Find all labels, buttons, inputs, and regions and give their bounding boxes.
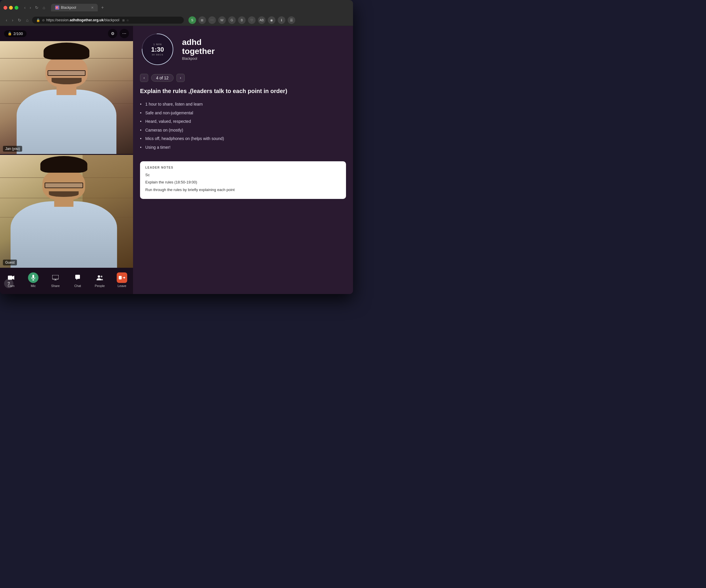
help-button[interactable]: ? bbox=[4, 279, 13, 288]
toolbar: ? Cam bbox=[0, 268, 133, 294]
browser-ext-heart[interactable]: ♡ bbox=[248, 16, 256, 24]
leader-note-line3: Run through the rules by briefly explain… bbox=[145, 187, 341, 193]
nav-reload[interactable]: ↻ bbox=[16, 17, 23, 23]
header-right: ⚙ ⋯ bbox=[108, 29, 129, 38]
home-button[interactable]: ⌂ bbox=[41, 5, 46, 10]
browser-ext-grid[interactable]: ⊞ bbox=[198, 16, 206, 24]
address-bar-row: ‹ › ↻ ⌂ 🔒 ⊘ https://session.adhdtogether… bbox=[0, 15, 353, 26]
video-tile-guest: Guest bbox=[0, 155, 133, 268]
chat-label: Chat bbox=[74, 284, 81, 287]
video-panel: 🔒 2/100 ⚙ ⋯ bbox=[0, 26, 133, 294]
minimize-button[interactable] bbox=[9, 6, 13, 10]
address-domain: adhdtogether.org.uk bbox=[70, 18, 104, 22]
address-path: /blackpool bbox=[104, 18, 119, 22]
close-button[interactable] bbox=[3, 6, 7, 10]
tab-favicon: 🎯 bbox=[55, 5, 59, 10]
slide-bullet-5: Using a timer! bbox=[140, 143, 346, 152]
slide-title: Explain the rules ,(leaders talk to each… bbox=[140, 87, 346, 95]
leader-notes-content: Sc Explain the rules (18:50-19:00) Run t… bbox=[145, 172, 341, 193]
browser-ext-s[interactable]: S bbox=[189, 16, 196, 24]
video-feed-guest bbox=[0, 155, 133, 268]
settings-button[interactable]: ⚙ bbox=[108, 29, 117, 38]
browser-ext-g[interactable]: G bbox=[228, 16, 236, 24]
browser-toolbar-icons: S ⊞ ⋯ W G B ♡ AB ◉ ℹ ☰ bbox=[189, 16, 295, 24]
participant-count-text: 2/100 bbox=[13, 32, 23, 36]
browser-menu[interactable]: ☰ bbox=[288, 16, 295, 24]
browser-ext-rec[interactable]: ◉ bbox=[268, 16, 275, 24]
brand-name: adhd together bbox=[182, 38, 215, 56]
svg-rect-5 bbox=[52, 275, 58, 279]
people-label: People bbox=[95, 284, 105, 287]
address-text: https://session.adhdtogether.org.uk/blac… bbox=[46, 18, 119, 22]
participant-count: 🔒 2/100 bbox=[4, 30, 27, 37]
svg-rect-2 bbox=[32, 275, 34, 278]
more-options-button[interactable]: ⋯ bbox=[120, 29, 129, 38]
new-tab-button[interactable]: + bbox=[99, 4, 106, 11]
slide-bullet-2: Heard, valued, respected bbox=[140, 117, 346, 126]
svg-rect-10 bbox=[119, 276, 122, 279]
nav-home[interactable]: ⌂ bbox=[25, 17, 30, 23]
slide-bullet-1: Safe and non-judgemental bbox=[140, 109, 346, 118]
video-feed-jan bbox=[0, 41, 133, 154]
brand-together: together bbox=[182, 47, 215, 56]
chat-button[interactable]: Chat bbox=[67, 271, 89, 289]
browser-ext-ab[interactable]: AB bbox=[258, 16, 266, 24]
video-header: 🔒 2/100 ⚙ ⋯ bbox=[0, 26, 133, 41]
back-button[interactable]: ‹ bbox=[23, 5, 27, 10]
leave-button[interactable]: Leave bbox=[111, 271, 133, 289]
reload-button[interactable]: ↻ bbox=[34, 5, 40, 10]
traffic-lights bbox=[3, 6, 18, 10]
slide-counter: 4 of 12 bbox=[151, 74, 173, 82]
svg-marker-12 bbox=[124, 276, 125, 279]
svg-marker-1 bbox=[12, 276, 14, 280]
timer-label-top: 1 MIN bbox=[153, 43, 162, 46]
share-button[interactable]: Share bbox=[44, 271, 67, 289]
active-tab[interactable]: 🎯 Blackpool ✕ bbox=[51, 4, 98, 11]
nav-forward[interactable]: › bbox=[11, 17, 14, 23]
maximize-button[interactable] bbox=[14, 6, 18, 10]
slide-bullet-3: Cameras on (mostly) bbox=[140, 126, 346, 135]
leave-icon bbox=[117, 272, 127, 283]
browser-ext-w[interactable]: W bbox=[218, 16, 226, 24]
leader-notes-header: LEADER NOTES bbox=[145, 166, 341, 169]
tab-close-icon[interactable]: ✕ bbox=[91, 6, 94, 10]
timer-main-time: 1:30 bbox=[151, 46, 164, 53]
timer-section: 1 MIN 1:30 30 SECS adhd together Blackpo… bbox=[140, 32, 346, 67]
leader-notes: LEADER NOTES Sc Explain the rules (18:50… bbox=[140, 161, 346, 199]
people-button[interactable]: People bbox=[89, 271, 111, 289]
video-tile-jan: Jan (you) bbox=[0, 41, 133, 154]
slide-next-button[interactable]: › bbox=[176, 74, 185, 82]
lock-icon: 🔒 bbox=[8, 32, 12, 36]
brand-location: Blackpool bbox=[182, 56, 215, 61]
video-label-jan: Jan (you) bbox=[3, 146, 22, 152]
videos-container: Jan (you) bbox=[0, 26, 133, 268]
app-content: 🔒 2/100 ⚙ ⋯ bbox=[0, 26, 353, 294]
mic-label: Mic bbox=[31, 284, 36, 287]
mic-button[interactable]: Mic bbox=[22, 271, 44, 289]
browser-chrome: ‹ › ↻ ⌂ 🎯 Blackpool ✕ + bbox=[0, 0, 353, 15]
nav-back[interactable]: ‹ bbox=[5, 17, 8, 23]
address-bar[interactable]: 🔒 ⊘ https://session.adhdtogether.org.uk/… bbox=[32, 16, 184, 24]
slide-bullet-0: 1 hour to share, listen and learn bbox=[140, 100, 346, 109]
browser-nav: ‹ › ↻ ⌂ bbox=[23, 5, 46, 10]
video-label-guest: Guest bbox=[3, 260, 17, 265]
people-icon bbox=[94, 272, 105, 283]
mic-icon bbox=[28, 272, 39, 283]
tab-title: Blackpool bbox=[61, 5, 89, 10]
share-icon bbox=[50, 272, 61, 283]
timer-label-bottom: 30 SECS bbox=[152, 53, 163, 56]
brand-adhd: adhd bbox=[182, 38, 202, 47]
brand-section: adhd together Blackpool bbox=[182, 38, 215, 61]
leave-label: Leave bbox=[118, 284, 126, 287]
svg-point-8 bbox=[98, 275, 100, 278]
browser-ext-info[interactable]: ℹ bbox=[278, 16, 285, 24]
timer-circle: 1 MIN 1:30 30 SECS bbox=[140, 32, 175, 67]
browser-ext-dots[interactable]: ⋯ bbox=[208, 16, 216, 24]
timer-inner: 1 MIN 1:30 30 SECS bbox=[142, 34, 173, 65]
tab-bar: 🎯 Blackpool ✕ + bbox=[51, 4, 106, 11]
forward-button[interactable]: › bbox=[29, 5, 32, 10]
slide-prev-button[interactable]: ‹ bbox=[140, 74, 148, 82]
browser-ext-b[interactable]: B bbox=[238, 16, 246, 24]
slide-bullets: 1 hour to share, listen and learnSafe an… bbox=[140, 100, 346, 152]
share-label: Share bbox=[51, 284, 60, 287]
